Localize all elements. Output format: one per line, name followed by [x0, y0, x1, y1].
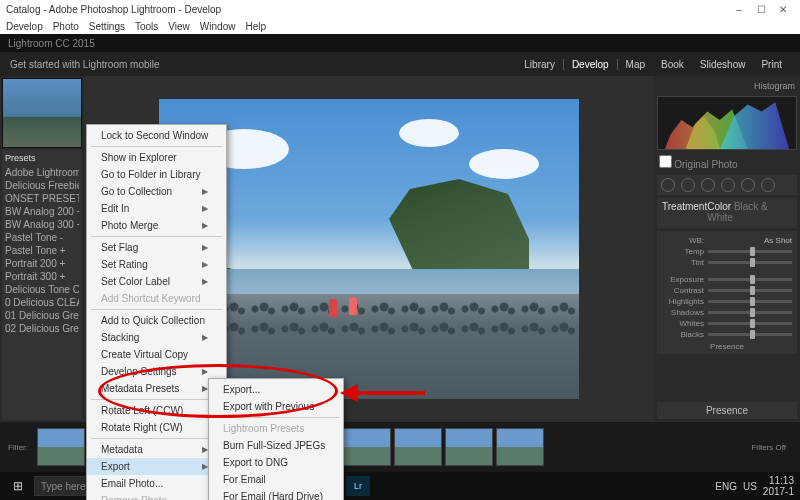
filmstrip-thumb[interactable] — [37, 428, 85, 466]
mobile-tip[interactable]: Get started with Lightroom mobile — [10, 59, 160, 70]
product-name: Lightroom CC 2015 — [8, 38, 95, 49]
preset-item[interactable]: 02 Delicious Green F — [5, 322, 79, 335]
menu-item-develop-settings[interactable]: Develop Settings▶ — [87, 363, 226, 380]
minimize-button[interactable]: – — [728, 2, 750, 16]
preset-item[interactable]: BW Analog 300 + — [5, 218, 79, 231]
window-title: Catalog - Adobe Photoshop Lightroom - De… — [6, 4, 221, 15]
maximize-button[interactable]: ☐ — [750, 2, 772, 16]
gradient-tool-icon[interactable] — [721, 178, 735, 192]
module-develop[interactable]: Develop — [563, 59, 618, 70]
filmstrip-thumb[interactable] — [496, 428, 544, 466]
histogram[interactable] — [657, 96, 797, 150]
menu-bar: Develop Photo Settings Tools View Window… — [0, 18, 800, 34]
close-button[interactable]: ✕ — [772, 2, 794, 16]
menu-item-show-in-explorer[interactable]: Show in Explorer — [87, 149, 226, 166]
menu-tools[interactable]: Tools — [135, 21, 158, 32]
window-titlebar: Catalog - Adobe Photoshop Lightroom - De… — [0, 0, 800, 18]
histogram-label: Histogram — [657, 79, 797, 93]
menu-item-edit-in[interactable]: Edit In▶ — [87, 200, 226, 217]
context-menu: Lock to Second WindowShow in ExplorerGo … — [86, 124, 227, 500]
menu-item-for-email-hard-drive-[interactable]: For Email (Hard Drive) — [209, 488, 343, 500]
radial-tool-icon[interactable] — [741, 178, 755, 192]
right-panel: Histogram Original Photo TreatmentColor … — [654, 76, 800, 422]
contrast-slider[interactable] — [708, 289, 792, 292]
menu-develop[interactable]: Develop — [6, 21, 43, 32]
menu-view[interactable]: View — [168, 21, 190, 32]
menu-photo[interactable]: Photo — [53, 21, 79, 32]
module-book[interactable]: Book — [653, 59, 692, 70]
menu-item-export[interactable]: Export▶ — [87, 458, 226, 475]
presets-panel: Presets Adobe Lightroom Develop Deliciou… — [2, 150, 82, 420]
menu-item-metadata-presets[interactable]: Metadata Presets▶ — [87, 380, 226, 397]
preset-item[interactable]: Adobe Lightroom Develop — [5, 166, 79, 179]
preset-item[interactable]: Delicious Freebies 2015 — [5, 179, 79, 192]
redeye-tool-icon[interactable] — [701, 178, 715, 192]
menu-item-photo-merge[interactable]: Photo Merge▶ — [87, 217, 226, 234]
menu-item-add-shortcut-keyword: Add Shortcut Keyword — [87, 290, 226, 307]
preset-item[interactable]: BW Analog 200 + — [5, 205, 79, 218]
module-print[interactable]: Print — [753, 59, 790, 70]
menu-item-email-photo-[interactable]: Email Photo... — [87, 475, 226, 492]
menu-item-go-to-collection[interactable]: Go to Collection▶ — [87, 183, 226, 200]
blacks-slider[interactable] — [708, 333, 792, 336]
presence-button[interactable]: Presence — [657, 402, 797, 419]
menu-item-create-virtual-copy[interactable]: Create Virtual Copy — [87, 346, 226, 363]
start-button[interactable]: ⊞ — [6, 476, 30, 496]
left-panel: Presets Adobe Lightroom Develop Deliciou… — [0, 76, 84, 422]
navigator-thumbnail[interactable] — [2, 78, 82, 148]
preset-item[interactable]: Pastel Tone + — [5, 244, 79, 257]
menu-item-rotate-right-cw-[interactable]: Rotate Right (CW) — [87, 419, 226, 436]
menu-item-set-rating[interactable]: Set Rating▶ — [87, 256, 226, 273]
preset-item[interactable]: 01 Delicious Green F — [5, 309, 79, 322]
menu-item-set-flag[interactable]: Set Flag▶ — [87, 239, 226, 256]
filmstrip-thumb[interactable] — [445, 428, 493, 466]
lightroom-icon[interactable]: Lr — [346, 476, 370, 496]
preset-item[interactable]: ONSET PRESET FREE — [5, 192, 79, 205]
menu-item-stacking[interactable]: Stacking▶ — [87, 329, 226, 346]
top-bar: Get started with Lightroom mobile Librar… — [0, 52, 800, 76]
menu-item-export-to-dng[interactable]: Export to DNG — [209, 454, 343, 471]
preset-item[interactable]: 0 Delicious CLEAR T — [5, 296, 79, 309]
system-tray[interactable]: ENG US 11:132017-1 — [715, 475, 794, 497]
crop-tool-icon[interactable] — [661, 178, 675, 192]
menu-item-lightroom-presets: Lightroom Presets — [209, 420, 343, 437]
menu-item-rotate-left-ccw-[interactable]: Rotate Left (CCW) — [87, 402, 226, 419]
filter-status[interactable]: Filters Off — [751, 443, 786, 452]
export-submenu: Export...Export with PreviousLightroom P… — [208, 378, 344, 500]
menu-item-for-email[interactable]: For Email — [209, 471, 343, 488]
menu-settings[interactable]: Settings — [89, 21, 125, 32]
shadows-slider[interactable] — [708, 311, 792, 314]
identity-bar: Lightroom CC 2015 — [0, 34, 800, 52]
menu-window[interactable]: Window — [200, 21, 236, 32]
preset-item[interactable]: Delicious Tone Curve — [5, 283, 79, 296]
module-map[interactable]: Map — [618, 59, 653, 70]
preset-item[interactable]: Portrait 300 + — [5, 270, 79, 283]
preset-item[interactable]: Pastel Tone - — [5, 231, 79, 244]
filmstrip-thumb[interactable] — [343, 428, 391, 466]
menu-help[interactable]: Help — [245, 21, 266, 32]
highlights-slider[interactable] — [708, 300, 792, 303]
tint-slider[interactable] — [708, 261, 792, 264]
menu-item-go-to-folder-in-library[interactable]: Go to Folder in Library — [87, 166, 226, 183]
menu-item-export-[interactable]: Export... — [209, 381, 343, 398]
module-slideshow[interactable]: Slideshow — [692, 59, 754, 70]
original-photo-checkbox[interactable] — [659, 155, 672, 168]
menu-item-add-to-quick-collection[interactable]: Add to Quick Collection — [87, 312, 226, 329]
exposure-slider[interactable] — [708, 278, 792, 281]
treatment-panel: TreatmentColor Black & White — [657, 198, 797, 228]
menu-item-export-with-previous[interactable]: Export with Previous — [209, 398, 343, 415]
brush-tool-icon[interactable] — [761, 178, 775, 192]
filmstrip-thumb[interactable] — [394, 428, 442, 466]
menu-item-lock-to-second-window[interactable]: Lock to Second Window — [87, 127, 226, 144]
menu-item-remove-photo-: Remove Photo... — [87, 492, 226, 500]
menu-item-burn-full-sized-jpegs[interactable]: Burn Full-Sized JPEGs — [209, 437, 343, 454]
temp-slider[interactable] — [708, 250, 792, 253]
module-library[interactable]: Library — [516, 59, 563, 70]
whites-slider[interactable] — [708, 322, 792, 325]
preset-item[interactable]: Portrait 200 + — [5, 257, 79, 270]
spot-tool-icon[interactable] — [681, 178, 695, 192]
menu-item-set-color-label[interactable]: Set Color Label▶ — [87, 273, 226, 290]
tool-strip — [657, 175, 797, 195]
menu-item-metadata[interactable]: Metadata▶ — [87, 441, 226, 458]
filter-label: Filter: — [8, 443, 28, 452]
